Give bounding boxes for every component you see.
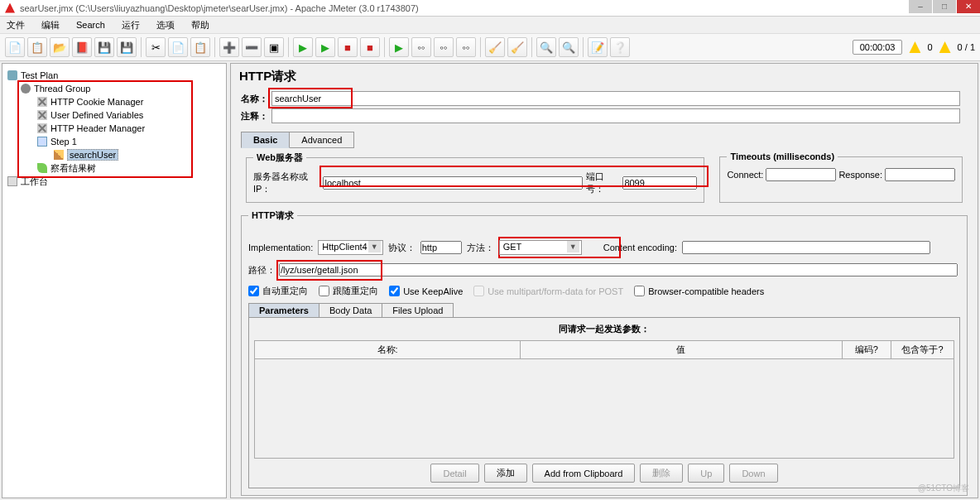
- subtab-params[interactable]: Parameters: [248, 303, 319, 318]
- subtab-body[interactable]: Body Data: [319, 303, 382, 318]
- tree-workbench[interactable]: 工作台: [4, 175, 224, 188]
- remote-start-all-icon[interactable]: ◦◦: [411, 37, 431, 57]
- config-icon: [37, 123, 47, 133]
- maximize-button[interactable]: □: [933, 0, 956, 13]
- params-body[interactable]: [255, 359, 954, 459]
- main-panel: HTTP请求 名称： 注释： Basic Advanced Web服务器 服务器…: [230, 63, 978, 498]
- cb-follow[interactable]: 跟随重定向: [319, 285, 378, 297]
- stop-icon[interactable]: ■: [338, 37, 358, 57]
- help-icon[interactable]: ❔: [610, 37, 630, 57]
- server-input[interactable]: [323, 176, 582, 190]
- cb-auto[interactable]: 自动重定向: [248, 285, 308, 297]
- httpreq-legend: HTTP请求: [248, 209, 297, 222]
- btn-clipboard[interactable]: Add from Clipboard: [532, 464, 636, 483]
- toggle-icon[interactable]: ▣: [264, 37, 284, 57]
- menu-file[interactable]: 文件: [3, 17, 28, 33]
- tree-cookiemgr[interactable]: HTTP Cookie Manager: [4, 95, 224, 108]
- remote-start-icon[interactable]: ▶: [389, 37, 409, 57]
- col-encode: 编码?: [842, 341, 891, 359]
- watermark: @51CTO博客: [918, 483, 969, 494]
- menu-edit[interactable]: 编辑: [38, 17, 63, 33]
- paste-icon[interactable]: 📋: [190, 37, 210, 57]
- warn-icon: [909, 41, 920, 53]
- search-icon[interactable]: 🔍: [536, 37, 556, 57]
- cb-browser[interactable]: Browser-compatible headers: [634, 286, 764, 296]
- tree-resulttree[interactable]: 察看结果树: [4, 161, 224, 175]
- protocol-input[interactable]: [420, 241, 462, 254]
- gear-icon: [21, 84, 31, 94]
- btn-add[interactable]: 添加: [484, 464, 527, 483]
- start-notimer-icon[interactable]: ▶: [315, 37, 335, 57]
- connect-label: Connect:: [727, 170, 763, 180]
- menubar: 文件 编辑 Search 运行 选项 帮助: [0, 17, 980, 33]
- sampler-icon: [54, 150, 64, 160]
- clear-all-icon[interactable]: 🧹: [507, 37, 527, 57]
- comment-label: 注释：: [241, 110, 268, 123]
- listener-icon: [37, 163, 47, 173]
- page-title: HTTP请求: [239, 69, 973, 84]
- cb-keepalive[interactable]: Use KeepAlive: [389, 286, 463, 296]
- webserver-legend: Web服务器: [253, 151, 306, 164]
- tree-searchuser[interactable]: searchUser: [4, 148, 224, 161]
- minimize-button[interactable]: –: [909, 0, 932, 13]
- titlebar: searUser.jmx (C:\Users\liuyazhuang\Deskt…: [0, 0, 980, 17]
- menu-help[interactable]: 帮助: [188, 17, 213, 33]
- tree-step1[interactable]: Step 1: [4, 135, 224, 148]
- col-value: 值: [521, 341, 843, 359]
- cb-multipart[interactable]: Use multipart/form-data for POST: [473, 286, 623, 296]
- cut-icon[interactable]: ✂: [146, 37, 166, 57]
- start-icon[interactable]: ▶: [293, 37, 313, 57]
- expand-icon[interactable]: ➕: [219, 37, 239, 57]
- new-icon[interactable]: 📄: [5, 37, 25, 57]
- close-icon[interactable]: 📕: [72, 37, 92, 57]
- response-input[interactable]: [885, 168, 955, 181]
- copy-icon[interactable]: 📄: [168, 37, 188, 57]
- method-select[interactable]: GET: [499, 240, 582, 255]
- collapse-icon[interactable]: ➖: [242, 37, 262, 57]
- btn-up[interactable]: Up: [688, 464, 724, 483]
- clear-icon[interactable]: 🧹: [485, 37, 505, 57]
- shutdown-icon[interactable]: ■: [360, 37, 380, 57]
- thread-count: 0 / 1: [958, 42, 975, 52]
- saveas-icon[interactable]: 💾: [117, 37, 137, 57]
- btn-down[interactable]: Down: [729, 464, 777, 483]
- function-icon[interactable]: 📝: [588, 37, 608, 57]
- templates-icon[interactable]: 📋: [27, 37, 47, 57]
- config-icon: [37, 110, 47, 120]
- btn-delete[interactable]: 删除: [640, 464, 683, 483]
- encoding-input[interactable]: [682, 241, 930, 254]
- tab-basic[interactable]: Basic: [241, 132, 290, 148]
- step-icon: [37, 137, 47, 147]
- remote-shutdown-icon[interactable]: ◦◦: [456, 37, 476, 57]
- impl-select[interactable]: HttpClient4: [318, 240, 382, 255]
- remote-stop-icon[interactable]: ◦◦: [434, 37, 454, 57]
- btn-detail[interactable]: Detail: [430, 464, 478, 483]
- menu-options[interactable]: 选项: [153, 17, 178, 33]
- subtab-files[interactable]: Files Upload: [382, 303, 454, 318]
- col-include: 包含等于?: [891, 341, 954, 359]
- close-button[interactable]: ✕: [957, 0, 980, 13]
- comment-input[interactable]: [271, 108, 960, 123]
- name-input[interactable]: [271, 91, 960, 106]
- method-label: 方法：: [467, 242, 494, 254]
- tree-headermgr[interactable]: HTTP Header Manager: [4, 122, 224, 135]
- reset-search-icon[interactable]: 🔍: [559, 37, 579, 57]
- tree-testplan[interactable]: Test Plan: [4, 69, 224, 82]
- tab-advanced[interactable]: Advanced: [289, 132, 354, 148]
- workbench-icon: [7, 176, 17, 186]
- config-icon: [37, 97, 47, 107]
- timer: 00:00:03: [853, 40, 903, 55]
- connect-input[interactable]: [766, 168, 836, 181]
- window-title: searUser.jmx (C:\Users\liuyazhuang\Deskt…: [20, 3, 419, 13]
- port-input[interactable]: [622, 176, 697, 190]
- open-icon[interactable]: 📂: [50, 37, 70, 57]
- save-icon[interactable]: 💾: [94, 37, 114, 57]
- params-table: 名称: 值 编码? 包含等于?: [254, 340, 954, 459]
- menu-run[interactable]: 运行: [118, 17, 143, 33]
- tree-udv[interactable]: User Defined Variables: [4, 108, 224, 122]
- path-input[interactable]: [279, 263, 958, 276]
- tree-threadgroup[interactable]: Thread Group: [4, 82, 224, 95]
- menu-search[interactable]: Search: [73, 18, 108, 31]
- timeouts-legend: Timeouts (milliseconds): [727, 151, 838, 161]
- name-label: 名称：: [241, 93, 268, 105]
